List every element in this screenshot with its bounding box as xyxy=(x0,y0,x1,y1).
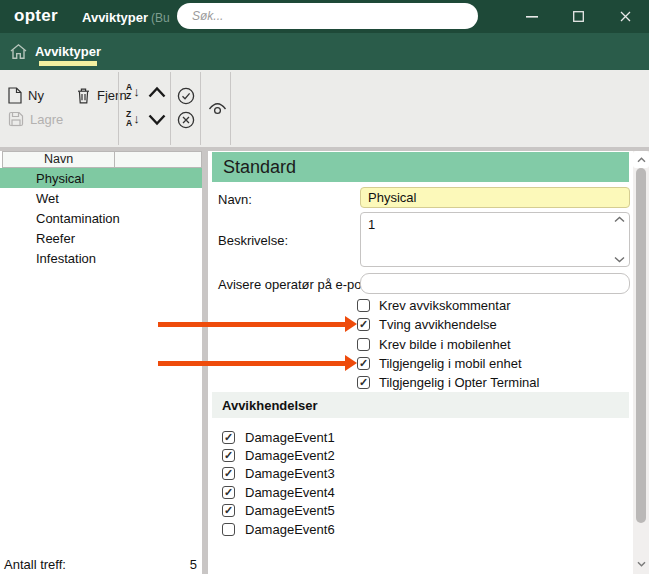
checkbox-label: Krev bilde i mobilenhet xyxy=(379,337,511,352)
remove-button-label: Fjern xyxy=(97,88,127,103)
app-window: opter Avviktyper (Bu Søk... Avvikt xyxy=(0,0,649,574)
active-tab-underline xyxy=(39,61,97,66)
list-item-label: Physical xyxy=(36,171,84,186)
event-checkboxes: ✓DamageEvent1✓DamageEvent2✓DamageEvent3✓… xyxy=(222,428,335,538)
chevron-up-icon xyxy=(148,86,166,98)
close-icon xyxy=(620,11,631,22)
status-label: Antall treff: xyxy=(4,557,66,572)
list-item-label: Reefer xyxy=(36,231,75,246)
tab-avviktyper[interactable]: Avviktyper xyxy=(36,33,100,70)
annotation-arrow xyxy=(158,316,357,333)
toolbar: Ny Fjern Lagre AZ↓ ZA↓ xyxy=(0,70,649,147)
toolbar-separator xyxy=(200,72,201,145)
move-down-button[interactable] xyxy=(148,114,166,126)
search-placeholder: Søk... xyxy=(192,9,223,23)
checkbox[interactable]: ✓ xyxy=(357,318,370,331)
textarea-scroll-down-icon[interactable] xyxy=(614,256,625,263)
annotation-arrow xyxy=(158,355,357,372)
check-circle-icon xyxy=(177,87,195,105)
checkbox-label: Tving avvikhendelse xyxy=(379,317,497,332)
search-input[interactable]: Søk... xyxy=(177,3,478,29)
checkbox[interactable]: ✓ xyxy=(222,467,235,480)
checkbox-row: ✓DamageEvent4 xyxy=(222,483,335,501)
events-section-title: Avvikhendelser xyxy=(222,398,318,413)
sort-az-icon: AZ↓ xyxy=(126,83,140,100)
list-item[interactable]: Reefer xyxy=(0,228,202,248)
list-item-label: Wet xyxy=(36,191,59,206)
checkbox-row: ✓DamageEvent1 xyxy=(222,428,335,446)
checkbox-label: DamageEvent4 xyxy=(245,485,335,500)
list-item[interactable]: Wet xyxy=(0,188,202,208)
checkbox-row: ✓DamageEvent2 xyxy=(222,446,335,464)
sort-descending-button[interactable]: ZA↓ xyxy=(126,110,140,127)
navn-input[interactable] xyxy=(360,187,630,208)
vertical-scrollbar[interactable] xyxy=(633,151,649,574)
checkbox[interactable]: ✓ xyxy=(222,431,235,444)
remove-button[interactable]: Fjern xyxy=(76,84,127,106)
list-item[interactable]: Infestation xyxy=(0,248,202,268)
epost-input[interactable] xyxy=(360,273,630,294)
beskrivelse-label: Beskrivelse: xyxy=(218,233,288,248)
trash-icon xyxy=(76,87,91,104)
sort-ascending-button[interactable]: AZ↓ xyxy=(126,83,140,100)
column-header-empty[interactable] xyxy=(115,151,202,168)
events-section-header: Avvikhendelser xyxy=(212,392,629,418)
epost-label: Avisere operatør på e-post: xyxy=(218,277,375,292)
list-item[interactable]: Physical xyxy=(0,168,202,188)
checkbox-label: Tilgjengelig i Opter Terminal xyxy=(379,375,539,390)
move-up-button[interactable] xyxy=(148,86,166,98)
close-button[interactable] xyxy=(602,0,649,33)
beskrivelse-textarea[interactable]: 1 xyxy=(360,212,630,267)
checkbox[interactable]: ✓ xyxy=(357,376,370,389)
maximize-button[interactable] xyxy=(555,0,602,33)
checkbox[interactable] xyxy=(357,338,370,351)
new-button-label: Ny xyxy=(28,88,44,103)
chevron-down-icon xyxy=(148,114,166,126)
checkbox[interactable]: ✓ xyxy=(222,486,235,499)
checkbox-label: Krev avvikskommentar xyxy=(379,298,510,313)
checkbox-row: ✓DamageEvent5 xyxy=(222,502,335,520)
tabbar: Avviktyper xyxy=(0,33,649,70)
status-value: 5 xyxy=(190,557,197,572)
beskrivelse-value: 1 xyxy=(368,217,375,232)
navn-label: Navn: xyxy=(218,192,252,207)
eye-icon xyxy=(207,101,228,117)
home-button[interactable] xyxy=(0,33,36,70)
list-rows: PhysicalWetContaminationReeferInfestatio… xyxy=(0,168,202,268)
checkbox-row: Krev avvikskommentar xyxy=(357,296,539,315)
new-page-icon xyxy=(8,87,22,104)
cancel-button[interactable] xyxy=(177,111,195,129)
option-checkboxes: Krev avvikskommentar✓Tving avvikhendelse… xyxy=(357,296,539,392)
checkbox[interactable] xyxy=(357,299,370,312)
new-button[interactable]: Ny xyxy=(8,84,44,106)
checkbox-label: DamageEvent3 xyxy=(245,466,335,481)
list-item-label: Contamination xyxy=(36,211,120,226)
annotation-arrow-head xyxy=(345,316,357,332)
list-item-label: Infestation xyxy=(36,251,96,266)
scroll-up-icon xyxy=(637,157,646,163)
checkbox-label: DamageEvent5 xyxy=(245,503,335,518)
accept-button[interactable] xyxy=(177,87,195,105)
checkbox-row: DamageEvent6 xyxy=(222,520,335,538)
save-floppy-icon xyxy=(8,111,24,127)
checkbox[interactable]: ✓ xyxy=(357,357,370,370)
checkbox-label: DamageEvent1 xyxy=(245,430,335,445)
view-button[interactable] xyxy=(207,101,228,117)
checkbox[interactable]: ✓ xyxy=(222,449,235,462)
checkbox-row: ✓Tving avvikhendelse xyxy=(357,315,539,334)
minimize-button[interactable] xyxy=(508,0,555,33)
toolbar-separator xyxy=(230,72,231,145)
list-header: Navn xyxy=(0,151,202,168)
scroll-down-button[interactable] xyxy=(633,557,649,571)
checkbox[interactable] xyxy=(222,523,235,536)
column-header-navn[interactable]: Navn xyxy=(2,151,115,168)
scroll-up-button[interactable] xyxy=(633,151,649,168)
maximize-icon xyxy=(574,12,584,22)
home-icon xyxy=(9,43,28,60)
checkbox-label: DamageEvent6 xyxy=(245,522,335,537)
scrollbar-thumb[interactable] xyxy=(636,168,646,523)
textarea-scroll-up-icon[interactable] xyxy=(614,216,625,223)
list-item[interactable]: Contamination xyxy=(0,208,202,228)
checkbox[interactable]: ✓ xyxy=(222,504,235,517)
save-button[interactable]: Lagre xyxy=(8,108,63,130)
